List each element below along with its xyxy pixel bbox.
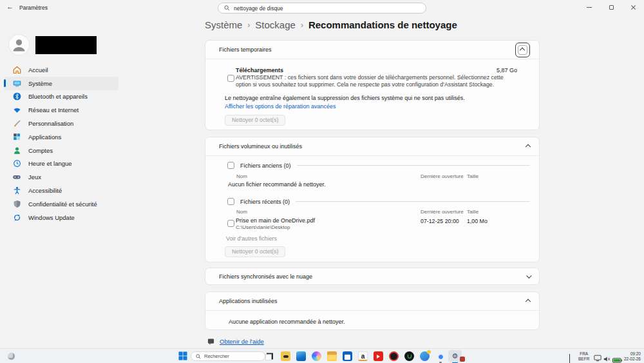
collapse-button-focused[interactable] [515, 43, 530, 57]
sidebar-item-accueil[interactable]: Accueil [4, 63, 118, 77]
start-button[interactable] [178, 351, 187, 363]
sidebar-item-accessibilite[interactable]: Accessibilité [4, 184, 118, 197]
cloud-files-header[interactable]: Fichiers synchronisés avec le nuage [205, 268, 539, 285]
sidebar-item-label: Accessibilité [28, 187, 62, 194]
breadcrumb-separator: › [301, 21, 303, 30]
tray-expand-button[interactable] [569, 355, 570, 363]
clean-temp-button[interactable]: Nettoyer 0 octet(s) [225, 115, 285, 126]
windows-logo-icon [178, 351, 187, 360]
bluetooth-icon [12, 92, 21, 101]
divider [205, 310, 539, 311]
sidebar-item-label: Personnalisation [28, 120, 73, 127]
column-size: Taille [467, 209, 478, 215]
sidebar-item-windows-update[interactable]: Windows Update [4, 211, 118, 224]
sidebar-item-personnalisation[interactable]: Personnalisation [4, 117, 118, 130]
recent-files-checkbox[interactable] [227, 198, 234, 205]
breadcrumb-systeme[interactable]: Système [205, 19, 242, 30]
temp-files-header[interactable]: Fichiers temporaires [205, 41, 539, 59]
outlook-icon[interactable] [296, 351, 306, 361]
copilot-icon[interactable] [312, 351, 321, 361]
chevron-down-icon[interactable] [526, 273, 531, 279]
back-button[interactable]: ← [6, 3, 14, 10]
settings-search-input[interactable]: nettoyage de disque [218, 3, 426, 14]
sidebar-item-heure-langue[interactable]: Heure et langue [4, 157, 118, 171]
taskbar-search-input[interactable]: Rechercher [191, 351, 265, 361]
unused-apps-title: Applications inutilisées [219, 298, 278, 304]
downloads-warning-text: AVERTISSEMENT : ces fichiers sont dans v… [236, 74, 520, 88]
clock-icon [12, 159, 21, 168]
file-path: C:\Users\danie\Desktop [236, 224, 290, 230]
help-icon [207, 338, 214, 345]
clean-large-button[interactable]: Nettoyer 0 octet(s) [225, 246, 285, 257]
chevron-up-icon[interactable] [526, 144, 531, 150]
youtube-icon[interactable] [374, 351, 383, 361]
apps-grid-icon [12, 132, 21, 141]
breadcrumb: Système › Stockage › Recommandations de … [205, 19, 457, 30]
volume-muted-icon[interactable] [603, 353, 611, 363]
file-size: 1,00 Mo [467, 218, 488, 224]
green-u-app-icon[interactable] [404, 351, 414, 361]
file-checkbox[interactable] [227, 220, 234, 227]
gear-icon: ⚙ [452, 352, 459, 360]
file-explorer-icon[interactable] [327, 351, 337, 361]
language-indicator[interactable]: FRA BEFR [578, 351, 589, 361]
sidebar-item-systeme[interactable]: Système [4, 77, 118, 90]
search-icon [224, 5, 230, 11]
unused-apps-card: Applications inutilisées Aucune applicat… [205, 291, 540, 330]
clipped-app-icon[interactable] [460, 357, 465, 362]
get-help-link[interactable]: Obtenir de l'aide [220, 338, 264, 345]
help-row: Obtenir de l'aide [207, 338, 264, 345]
sidebar-nav: Accueil Système Bluetooth et appareils R… [4, 63, 118, 224]
sidebar-item-bluetooth[interactable]: Bluetooth et appareils [4, 90, 118, 104]
play-icon [377, 355, 380, 358]
large-files-card: Fichiers volumineux ou inutilisés Fichie… [205, 137, 540, 262]
chevron-up-icon[interactable] [526, 299, 531, 304]
unused-apps-header[interactable]: Applications inutilisées [205, 292, 539, 310]
sidebar-item-label: Confidentialité et sécurité [28, 201, 97, 208]
minimize-button[interactable] [578, 0, 600, 14]
unused-apps-empty-text: Aucune application recommandée à nettoye… [229, 319, 345, 325]
close-button[interactable] [622, 0, 644, 14]
sidebar-item-confidentialite[interactable]: Confidentialité et sécurité [4, 197, 118, 211]
old-files-label: Fichiers anciens (0) [240, 162, 291, 169]
task-view-icon[interactable] [265, 351, 274, 361]
recent-files-group: Fichiers récents (0) [227, 198, 530, 205]
old-files-checkbox[interactable] [227, 162, 234, 169]
sidebar-item-comptes[interactable]: Comptes [4, 144, 118, 157]
file-name: Prise en main de OneDrive.pdf [236, 217, 315, 224]
widgets-weather-icon[interactable] [8, 353, 15, 360]
see-more-files-link[interactable]: Voir d'autres fichiers [226, 235, 277, 242]
file-opened: 07-12-25 20:00 [421, 218, 459, 224]
sidebar-item-label: Système [28, 80, 52, 87]
downloads-size: 5,87 Go [497, 67, 517, 74]
microsoft-store-icon[interactable] [343, 351, 352, 361]
avatar [8, 34, 30, 55]
cloud-files-card: Fichiers synchronisés avec le nuage [205, 268, 540, 285]
red-circle-app-icon[interactable] [389, 351, 399, 361]
yellow-app-icon[interactable] [281, 351, 290, 361]
downloads-label: Téléchargements [236, 67, 283, 74]
sidebar-item-reseau[interactable]: Réseau et Internet [4, 103, 118, 117]
notification-badge [427, 350, 431, 354]
large-files-header[interactable]: Fichiers volumineux ou inutilisés [205, 137, 539, 155]
advanced-options-link[interactable]: Afficher les options de réparation avanc… [225, 103, 336, 110]
taskbar: Rechercher a ⚙ FRA BEFR [0, 348, 644, 363]
breadcrumb-stockage[interactable]: Stockage [255, 19, 296, 30]
username-redacted [35, 36, 97, 54]
user-profile[interactable] [8, 34, 97, 55]
sidebar: Accueil Système Bluetooth et appareils R… [0, 15, 193, 348]
clock[interactable]: 09:20 22-02-26 [624, 351, 641, 361]
amazon-icon[interactable]: a [358, 351, 368, 361]
update-arrows-icon [12, 213, 21, 222]
column-name: Nom [236, 173, 247, 179]
sidebar-item-applications[interactable]: Applications [4, 130, 118, 144]
downloads-checkbox[interactable] [227, 75, 234, 82]
sidebar-item-jeux[interactable]: Jeux [4, 170, 118, 184]
phone-link-icon[interactable] [420, 351, 430, 361]
search-value: nettoyage de disque [234, 5, 283, 12]
battery-icon[interactable] [612, 354, 622, 363]
maximize-button[interactable] [600, 0, 622, 14]
network-icon[interactable] [594, 353, 601, 363]
search-icon [196, 354, 201, 359]
divider [297, 165, 530, 166]
